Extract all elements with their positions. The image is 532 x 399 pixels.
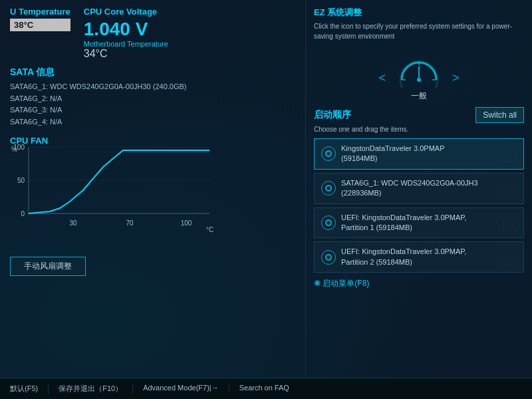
- drag-dots: · · ·· · ·: [503, 152, 518, 165]
- boot-item-icon-inner: [325, 254, 332, 261]
- cpu-voltage-section: CPU Core Voltage 1.040 V Motherboard Tem…: [84, 7, 168, 60]
- cpu-temp-value: 38°C: [10, 19, 70, 31]
- svg-text:0: 0: [21, 210, 25, 217]
- fan-button[interactable]: 手动风扇调整: [10, 257, 86, 276]
- mb-temp-value: 34°C: [84, 48, 168, 60]
- boot-item-name: UEFI: KingstonDataTraveler 3.0PMAP,: [341, 213, 466, 223]
- boot-item-icon-inner: [325, 150, 332, 157]
- ez-desc: Click the icon to specify your preferred…: [314, 21, 524, 41]
- boot-item-text: KingstonDataTraveler 3.0PMAP (59184MB): [341, 144, 445, 164]
- drag-dots: · · ·· · ·: [503, 186, 518, 200]
- cpu-voltage-label: CPU Core Voltage: [84, 7, 168, 17]
- boot-subtitle: Choose one and drag the items.: [314, 126, 524, 133]
- gauge-area: 一般: [396, 55, 442, 102]
- boot-section: 启动顺序 Switch all Choose one and drag the …: [314, 107, 524, 392]
- boot-item-name: KingstonDataTraveler 3.0PMAP: [341, 144, 445, 154]
- main-container: U Temperature 38°C CPU Core Voltage 1.04…: [0, 0, 532, 399]
- boot-items-list: KingstonDataTraveler 3.0PMAP (59184MB) ·…: [314, 138, 524, 273]
- sata-item: SATA6G_2: N/A: [10, 93, 295, 105]
- boot-item-icon: [321, 181, 336, 196]
- boot-item-icon: [321, 215, 336, 230]
- nav-left-arrow[interactable]: <: [378, 71, 386, 85]
- svg-text:°C: °C: [206, 226, 213, 233]
- drag-dots: · · ·· · ·: [503, 255, 518, 268]
- sata-item: SATA6G_3: N/A: [10, 104, 295, 116]
- bottom-bar-item[interactable]: Advanced Mode(F7)|→: [133, 384, 229, 392]
- bottom-bar: 默认(F5)保存并退出（F10）Advanced Mode(F7)|→Searc…: [0, 378, 532, 399]
- svg-point-17: [417, 78, 421, 82]
- cpu-voltage-value: 1.040 V: [84, 19, 168, 40]
- boot-item-text: UEFI: KingstonDataTraveler 3.0PMAP, Part…: [341, 213, 466, 233]
- boot-item-text: UEFI: KingstonDataTraveler 3.0PMAP, Part…: [341, 247, 466, 267]
- svg-text:100: 100: [181, 219, 192, 227]
- top-row: U Temperature 38°C CPU Core Voltage 1.04…: [10, 7, 295, 60]
- bottom-bar-item[interactable]: Search on FAQ: [229, 384, 299, 392]
- boot-item[interactable]: UEFI: KingstonDataTraveler 3.0PMAP, Part…: [314, 207, 524, 239]
- nav-right-arrow[interactable]: >: [452, 71, 460, 85]
- right-panel: EZ 系统调整 Click the icon to specify your p…: [306, 0, 532, 399]
- svg-text:30: 30: [69, 219, 77, 227]
- boot-item-icon-inner: [325, 185, 332, 192]
- startup-menu[interactable]: ❋ 启动菜单(F8): [314, 278, 524, 289]
- boot-item-name: UEFI: KingstonDataTraveler 3.0PMAP,: [341, 247, 466, 257]
- boot-title: 启动顺序: [314, 109, 351, 121]
- bottom-bar-item[interactable]: 保存并退出（F10）: [49, 384, 133, 394]
- svg-text:70: 70: [126, 219, 134, 227]
- left-panel: U Temperature 38°C CPU Core Voltage 1.04…: [0, 0, 306, 399]
- fan-percent-label: %: [11, 146, 17, 153]
- ez-section: EZ 系统调整 Click the icon to specify your p…: [314, 7, 524, 41]
- boot-item-size: (228936MB): [341, 188, 478, 198]
- boot-item-icon-inner: [325, 219, 332, 226]
- boot-item-icon: [321, 146, 336, 161]
- fan-chart-svg: 100 50 0 30 70 100 °C: [10, 147, 223, 243]
- boot-item-name: SATA6G_1: WDC WDS240G2G0A-00JH3: [341, 178, 478, 188]
- svg-text:50: 50: [17, 177, 25, 184]
- fan-section: CPU FAN % 100 50 0: [10, 136, 295, 276]
- boot-item-size: Partition 1 (59184MB): [341, 223, 466, 233]
- boot-item[interactable]: KingstonDataTraveler 3.0PMAP (59184MB) ·…: [314, 138, 524, 170]
- drag-dots: · · ·· · ·: [503, 220, 518, 233]
- boot-header: 启动顺序 Switch all: [314, 107, 524, 123]
- boot-item-text: SATA6G_1: WDC WDS240G2G0A-00JH3 (228936M…: [341, 178, 478, 199]
- boot-item[interactable]: UEFI: KingstonDataTraveler 3.0PMAP, Part…: [314, 241, 524, 273]
- cpu-temp-section: U Temperature 38°C: [10, 7, 70, 60]
- gauge-label: 一般: [396, 90, 442, 102]
- ez-title: EZ 系统调整: [314, 7, 524, 19]
- fan-chart-container: % 100 50 0: [10, 147, 236, 253]
- boot-item-size: Partition 2 (59184MB): [341, 257, 466, 267]
- boot-item-size: (59184MB): [341, 154, 445, 164]
- bottom-items-container: 默认(F5)保存并退出（F10）Advanced Mode(F7)|→Searc…: [0, 384, 532, 394]
- sata-title: SATA 信息: [10, 66, 295, 78]
- boot-item[interactable]: SATA6G_1: WDC WDS240G2G0A-00JH3 (228936M…: [314, 173, 524, 204]
- sata-list: SATA6G_1: WDC WDS240G2G0A-00JH30 (240.0G…: [10, 81, 295, 128]
- boot-item-icon: [321, 250, 336, 265]
- bottom-bar-item[interactable]: 默认(F5): [0, 384, 49, 394]
- speedometer-container: < 一般 >: [314, 55, 524, 102]
- switch-all-button[interactable]: Switch all: [475, 107, 524, 123]
- mb-temp-label: Motherboard Temperature: [84, 40, 168, 48]
- cpu-temp-label: U Temperature: [10, 7, 70, 17]
- gauge-svg: [396, 55, 442, 88]
- sata-section: SATA 信息 SATA6G_1: WDC WDS240G2G0A-00JH30…: [10, 66, 295, 128]
- sata-item: SATA6G_4: N/A: [10, 116, 295, 128]
- fan-title: CPU FAN: [10, 136, 295, 146]
- sata-item: SATA6G_1: WDC WDS240G2G0A-00JH30 (240.0G…: [10, 81, 295, 93]
